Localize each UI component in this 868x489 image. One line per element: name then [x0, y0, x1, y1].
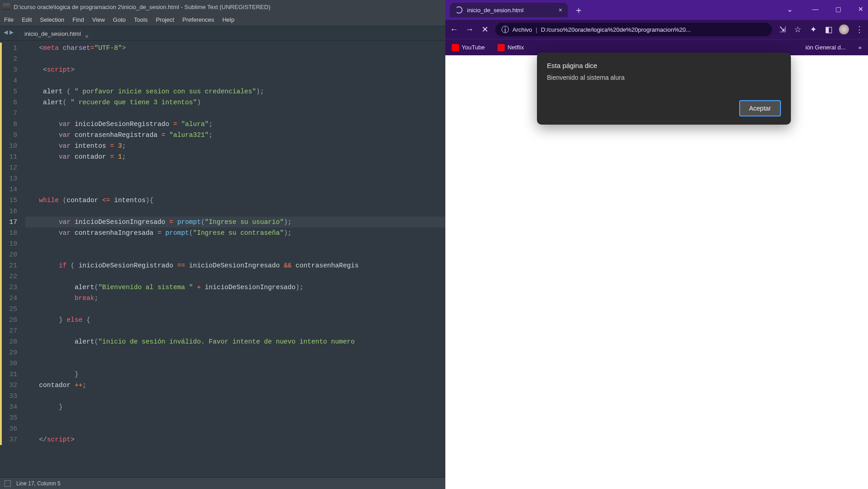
nav-fwd-icon[interactable]: ▶: [10, 29, 14, 35]
cursor-position: Line 17, Column 5: [16, 480, 60, 487]
omnibox[interactable]: i Archivo | D:/curso%20oracle/logica%20d…: [495, 23, 772, 36]
sidepanel-icon[interactable]: ◧: [824, 24, 834, 34]
alert-title: Esta página dice: [547, 62, 781, 69]
menu-selection[interactable]: Selection: [36, 14, 68, 26]
bookmark-icon[interactable]: ☆: [793, 24, 803, 34]
browser-tab-label: inicio_de_sesion.html: [467, 7, 523, 14]
minimize-button[interactable]: —: [811, 5, 820, 13]
sublime-menubar: FileEditSelectionFindViewGotoToolsProjec…: [0, 14, 445, 26]
sublime-tab[interactable]: inicio_de_sesion.html ×: [18, 28, 93, 40]
share-icon[interactable]: ⇲: [777, 24, 787, 34]
menu-tools[interactable]: Tools: [130, 14, 151, 26]
sublime-editor[interactable]: 1234567891011121314151617181920212223242…: [0, 41, 445, 477]
forward-button[interactable]: →: [464, 25, 474, 34]
window-controls: ⌄ — ▢ ✕: [787, 0, 865, 18]
bookmark-netflix[interactable]: Netflix: [497, 44, 524, 51]
sublime-tabbar: ◀ ▶ inicio_de_sesion.html ×: [0, 26, 445, 41]
js-alert-dialog: Esta página dice Bienvenido al sistema a…: [537, 53, 791, 125]
address-sep: |: [536, 26, 537, 33]
close-button[interactable]: ✕: [856, 5, 865, 13]
menu-icon[interactable]: ⋮: [854, 24, 864, 34]
menu-goto[interactable]: Goto: [109, 14, 130, 26]
close-icon[interactable]: ×: [559, 6, 562, 14]
loading-spinner-icon: [455, 6, 463, 14]
code-area[interactable]: <meta charset="UTF-8"> <script> alert ( …: [25, 41, 445, 477]
bookmark-label: Netflix: [507, 44, 524, 51]
sublime-statusbar: Line 17, Column 5: [0, 477, 445, 489]
sublime-window: D:\curso oracle\logica de programacion 2…: [0, 0, 445, 489]
sublime-nav-arrows: ◀ ▶: [4, 29, 14, 35]
extensions-icon[interactable]: ✦: [808, 24, 818, 34]
sublime-logo-icon: [3, 3, 10, 10]
bookmark-truncated[interactable]: ión General d...: [805, 44, 846, 51]
info-icon[interactable]: i: [502, 26, 509, 33]
browser-tabstrip: inicio_de_sesion.html × ＋ ⌄ — ▢ ✕: [445, 0, 868, 20]
browser-tab[interactable]: inicio_de_sesion.html ×: [450, 3, 568, 17]
alert-accept-button[interactable]: Aceptar: [739, 100, 781, 116]
back-button[interactable]: ←: [449, 25, 459, 34]
bookmark-label: ión General d...: [805, 44, 846, 51]
bookmark-youtube[interactable]: YouTube: [452, 44, 485, 51]
browser-viewport: Esta página dice Bienvenido al sistema a…: [445, 55, 868, 489]
sublime-title-text: D:\curso oracle\logica de programacion 2…: [14, 4, 270, 10]
new-tab-button[interactable]: ＋: [572, 4, 585, 16]
browser-window: inicio_de_sesion.html × ＋ ⌄ — ▢ ✕ ← → ✕ …: [445, 0, 868, 489]
menu-project[interactable]: Project: [152, 14, 178, 26]
menu-edit[interactable]: Edit: [18, 14, 36, 26]
menu-view[interactable]: View: [88, 14, 109, 26]
menu-file[interactable]: File: [0, 14, 18, 26]
gutter: 1234567891011121314151617181920212223242…: [0, 41, 25, 477]
sublime-titlebar[interactable]: D:\curso oracle\logica de programacion 2…: [0, 0, 445, 14]
close-icon[interactable]: ×: [83, 30, 90, 37]
menu-preferences[interactable]: Preferences: [178, 14, 218, 26]
nav-back-icon[interactable]: ◀: [4, 29, 8, 35]
avatar[interactable]: [839, 24, 849, 34]
chevron-down-icon[interactable]: ⌄: [787, 5, 793, 14]
sublime-tab-label: inicio_de_sesion.html: [24, 30, 81, 37]
netflix-icon: [497, 44, 505, 51]
address-scheme: Archivo: [512, 26, 532, 33]
youtube-icon: [452, 44, 459, 51]
browser-addressbar: ← → ✕ i Archivo | D:/curso%20oracle/logi…: [445, 20, 868, 39]
bookmark-label: YouTube: [462, 44, 485, 51]
address-path: D:/curso%20oracle/logica%20de%20programa…: [541, 26, 691, 33]
alert-body: Bienvenido al sistema alura: [547, 74, 781, 81]
menu-find[interactable]: Find: [68, 14, 88, 26]
panel-switch-icon[interactable]: [5, 480, 11, 487]
stop-button[interactable]: ✕: [480, 24, 490, 34]
menu-help[interactable]: Help: [218, 14, 239, 26]
bookmarks-overflow[interactable]: »: [858, 44, 862, 51]
maximize-button[interactable]: ▢: [834, 5, 843, 13]
